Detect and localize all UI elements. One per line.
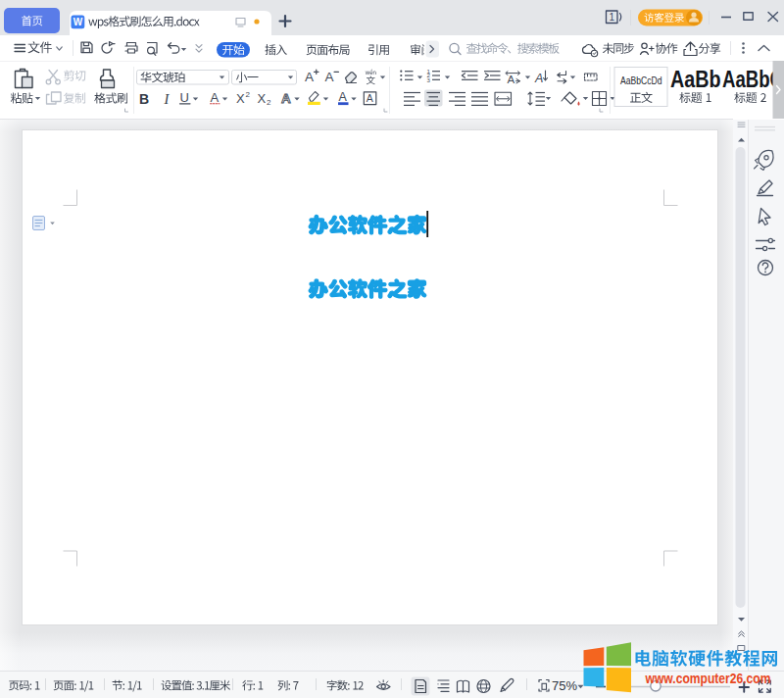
svg-text:A: A (211, 90, 220, 105)
svg-text:A: A (367, 92, 373, 104)
svg-text:1: 1 (609, 12, 614, 23)
svg-text:2: 2 (267, 98, 271, 107)
svg-text:U: U (180, 90, 189, 105)
svg-text:A: A (534, 72, 543, 85)
svg-text:A: A (325, 70, 334, 84)
svg-text:W: W (74, 17, 83, 27)
svg-text:www.computer26.com: www.computer26.com (645, 671, 771, 686)
svg-text:2: 2 (246, 90, 251, 99)
svg-text:AaBbCcDd: AaBbCcDd (620, 75, 662, 86)
svg-text:75%: 75% (552, 678, 577, 693)
svg-text:A: A (281, 91, 291, 106)
svg-text:A: A (508, 74, 515, 85)
svg-text:X: X (258, 91, 267, 106)
svg-text:A: A (305, 70, 314, 84)
svg-text:B: B (139, 91, 149, 107)
svg-text:A: A (339, 90, 348, 104)
svg-text:AaBb: AaBb (670, 67, 721, 92)
svg-text:3: 3 (427, 76, 431, 83)
svg-text:X: X (236, 91, 245, 106)
